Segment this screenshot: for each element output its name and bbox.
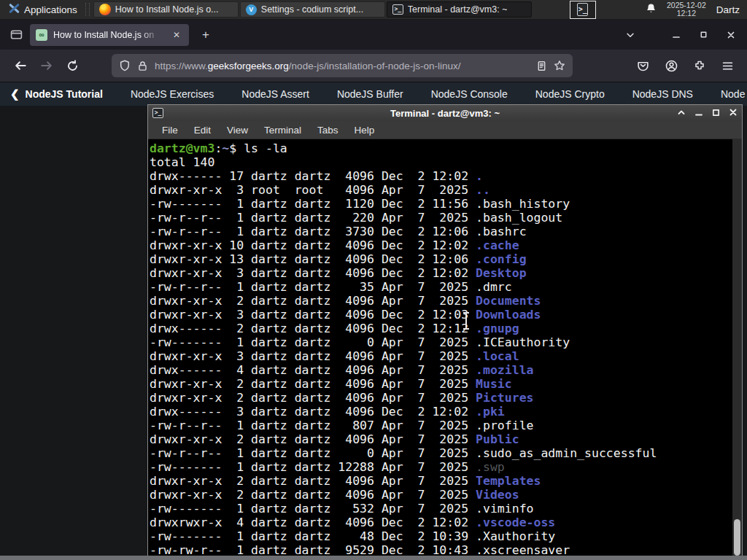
nav-link-assert[interactable]: NodeJS Assert: [241, 88, 309, 100]
firefox-icon: [99, 4, 111, 15]
terminal-line: drwxr-xr-x 2 dartz dartz 4096 Apr 7 2025…: [150, 432, 732, 446]
close-button[interactable]: [729, 106, 738, 120]
menu-edit[interactable]: Edit: [186, 125, 219, 136]
taskbar-button-codium[interactable]: V Settings - codium script...: [240, 1, 385, 18]
nav-link-tutorial[interactable]: NodeJS Tutorial: [26, 88, 103, 100]
notification-bell-icon[interactable]: [646, 3, 657, 17]
browser-window-controls: [625, 30, 741, 40]
forward-button[interactable]: [40, 59, 53, 72]
top-panel: Applications How to Install Node.js o...…: [0, 0, 747, 20]
menu-file[interactable]: File: [154, 125, 186, 136]
extensions-icon[interactable]: [694, 60, 705, 71]
nav-link-buffer[interactable]: NodeJS Buffer: [337, 88, 403, 100]
navigation-toolbar: https://www.geeksforgeeks.org/node-js/in…: [0, 50, 747, 82]
taskbar-button-terminal[interactable]: >_ Terminal - dartz@vm3: ~: [387, 1, 532, 18]
menu-tabs[interactable]: Tabs: [309, 125, 347, 136]
firefox-view-icon[interactable]: [10, 28, 23, 41]
shield-icon[interactable]: [119, 60, 131, 71]
session-user-label[interactable]: Dartz: [716, 4, 740, 15]
terminal-output: dartz@vm3:~$ ls -latotal 140drwx------ 1…: [148, 139, 742, 559]
applications-label: Applications: [24, 4, 77, 15]
codium-icon: V: [246, 4, 257, 15]
terminal-line: drwxr-xr-x 3 root root 4096 Apr 7 2025 .…: [150, 183, 732, 197]
lock-icon[interactable]: [137, 61, 148, 71]
terminal-line: drwx------ 17 dartz dartz 4096 Dec 2 12:…: [150, 169, 732, 183]
nav-link-console[interactable]: NodeJS Console: [431, 88, 508, 100]
tab-title: How to Install Node.js on: [53, 30, 164, 40]
terminal-icon: >_: [577, 3, 588, 16]
terminal-menubar: File Edit View Terminal Tabs Help: [148, 121, 742, 139]
terminal-line: -rw------- 1 dartz dartz 12288 Apr 7 202…: [150, 460, 732, 474]
account-icon[interactable]: [665, 60, 678, 72]
terminal-line: drwxr-xr-x 10 dartz dartz 4096 Dec 2 12:…: [150, 238, 732, 252]
nav-link-clipped[interactable]: Node: [721, 88, 745, 100]
panel-grip: [85, 3, 90, 16]
terminal-titlebar[interactable]: >_ Terminal - dartz@vm3: ~: [148, 105, 742, 121]
terminal-scrollbar[interactable]: [732, 139, 742, 559]
terminal-line: -rw-r--r-- 1 dartz dartz 35 Apr 7 2025 .…: [150, 280, 732, 294]
terminal-line: drwxrwxr-x 4 dartz dartz 4096 Dec 2 12:0…: [150, 516, 732, 529]
bookmark-star-icon[interactable]: [554, 60, 565, 71]
terminal-line: drwxr-xr-x 3 dartz dartz 4096 Dec 2 12:0…: [150, 266, 732, 280]
menu-view[interactable]: View: [219, 125, 256, 136]
terminal-line: drwxr-xr-x 13 dartz dartz 4096 Dec 2 12:…: [150, 252, 732, 266]
menu-terminal[interactable]: Terminal: [256, 125, 309, 136]
terminal-window-controls: [677, 106, 738, 120]
tab-close-icon[interactable]: ✕: [170, 28, 183, 42]
reload-button[interactable]: [66, 60, 79, 72]
text-cursor-pointer: [462, 312, 470, 330]
terminal-line: -rw------- 1 dartz dartz 0 Apr 7 2025 .I…: [150, 335, 732, 349]
tab-how-to-install-nodejs[interactable]: ∞ How to Install Node.js on ✕: [30, 24, 189, 46]
terminal-line: -rw-r--r-- 1 dartz dartz 807 Apr 7 2025 …: [150, 419, 732, 432]
site-navbar: ❮ NodeJS Tutorial NodeJS Exercises NodeJ…: [0, 82, 747, 106]
url-bar[interactable]: https://www.geeksforgeeks.org/node-js/in…: [112, 54, 573, 77]
terminal-line: drwxr-xr-x 2 dartz dartz 4096 Apr 7 2025…: [150, 294, 732, 308]
terminal-line: drwxr-xr-x 2 dartz dartz 4096 Apr 7 2025…: [150, 391, 732, 405]
reader-mode-icon[interactable]: [536, 61, 547, 71]
shade-button[interactable]: [677, 106, 686, 120]
panel-tray: 2025-12-02 12:12 Dartz: [646, 1, 743, 18]
desktop: Applications How to Install Node.js o...…: [0, 0, 747, 560]
terminal-line: dartz@vm3:~$ ls -la: [150, 141, 732, 155]
maximize-button[interactable]: [712, 106, 720, 120]
back-button[interactable]: [14, 59, 27, 72]
pocket-icon[interactable]: [637, 60, 649, 72]
maximize-button[interactable]: [700, 31, 708, 39]
url-text: https://www.geeksforgeeks.org/node-js/in…: [155, 61, 530, 71]
nav-link-dns[interactable]: NodeJS DNS: [632, 88, 693, 100]
nav-link-exercises[interactable]: NodeJS Exercises: [131, 88, 214, 100]
clock-time: 12:12: [667, 9, 706, 18]
nav-link-crypto[interactable]: NodeJS Crypto: [535, 88, 605, 100]
terminal-line: -rw-r--r-- 1 dartz dartz 220 Apr 7 2025 …: [150, 211, 732, 225]
applications-button[interactable]: Applications: [4, 1, 82, 19]
list-tabs-chevron-icon[interactable]: [625, 30, 635, 40]
taskbar-button-firefox[interactable]: How to Install Node.js o...: [93, 1, 239, 18]
screen-bottom-strip: [0, 556, 747, 560]
nav-scroll-left-icon[interactable]: ❮: [10, 88, 20, 101]
terminal-title: Terminal - dartz@vm3: ~: [148, 108, 742, 119]
terminal-line: -rw------- 1 dartz dartz 1120 Dec 2 11:5…: [150, 197, 732, 211]
terminal-line: total 140: [150, 155, 732, 169]
terminal-line: drwx------ 3 dartz dartz 4096 Dec 2 12:0…: [150, 405, 732, 419]
menu-hamburger-icon[interactable]: [721, 60, 734, 72]
menu-help[interactable]: Help: [347, 125, 383, 136]
tab-bar: ∞ How to Install Node.js on ✕ +: [0, 20, 747, 50]
terminal-line: drwxr-xr-x 2 dartz dartz 4096 Apr 7 2025…: [150, 488, 732, 502]
minimize-button[interactable]: [672, 31, 681, 39]
terminal-line: drwxr-xr-x 2 dartz dartz 4096 Apr 7 2025…: [150, 474, 732, 488]
toolbar-right-icons: [637, 60, 740, 72]
terminal-line: drwx------ 4 dartz dartz 4096 Apr 7 2025…: [150, 363, 732, 377]
terminal-icon: >_: [392, 4, 403, 15]
tray-terminal-launcher[interactable]: >_: [570, 1, 596, 19]
terminal-line: drwx------ 2 dartz dartz 4096 Dec 2 12:1…: [150, 322, 732, 335]
terminal-line: drwxr-xr-x 3 dartz dartz 4096 Apr 7 2025…: [150, 349, 732, 363]
terminal-line: -rw------- 1 dartz dartz 532 Apr 7 2025 …: [150, 502, 732, 516]
new-tab-button[interactable]: +: [196, 26, 215, 44]
clock[interactable]: 2025-12-02 12:12: [667, 1, 706, 18]
terminal-line: -rw------- 1 dartz dartz 48 Dec 2 10:39 …: [150, 529, 732, 543]
terminal-line: drwxr-xr-x 2 dartz dartz 4096 Apr 7 2025…: [150, 377, 732, 391]
close-button[interactable]: [727, 31, 735, 39]
minimize-button[interactable]: [694, 106, 703, 120]
terminal-line: -rw-r--r-- 1 dartz dartz 3730 Dec 2 12:0…: [150, 225, 732, 238]
scrollbar-thumb[interactable]: [734, 519, 740, 556]
